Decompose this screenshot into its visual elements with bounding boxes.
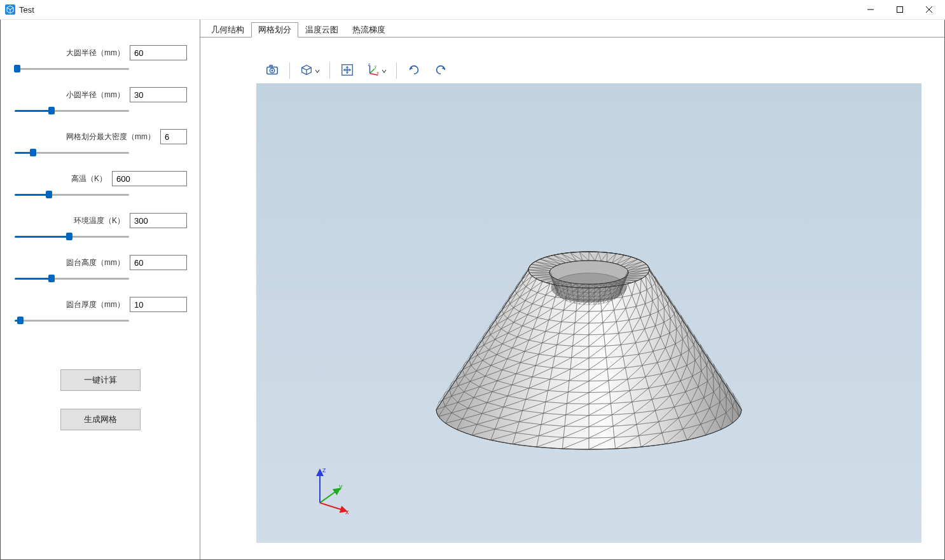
svg-text:y: y	[375, 64, 377, 69]
axis-x-label: x	[345, 508, 349, 516]
svg-line-14	[320, 490, 338, 503]
param-row: 大圆半径（mm）	[13, 45, 187, 73]
param-row: 圆台厚度（mm）	[13, 297, 187, 325]
param-input[interactable]	[160, 129, 187, 144]
axes-button[interactable]: zyx	[361, 60, 392, 81]
param-row: 高温（K）	[13, 171, 187, 199]
compute-button[interactable]: 一键计算	[60, 369, 141, 391]
titlebar: Test	[0, 0, 945, 20]
viewer-wrap: zyx z y	[200, 38, 944, 559]
param-input[interactable]	[130, 87, 187, 102]
param-input[interactable]	[130, 213, 187, 228]
rotate-right-icon	[434, 63, 448, 79]
param-slider[interactable]	[15, 64, 129, 73]
param-input[interactable]	[130, 255, 187, 270]
toolbar-separator	[396, 62, 397, 79]
param-row: 环境温度（K）	[13, 213, 187, 241]
fit-button[interactable]	[334, 60, 361, 81]
axis-triad: z y x	[307, 465, 358, 517]
chevron-down-icon	[315, 66, 320, 76]
camera-button[interactable]	[259, 60, 286, 81]
svg-line-15	[320, 503, 344, 510]
app-icon	[5, 4, 15, 15]
tab[interactable]: 温度云图	[298, 22, 345, 38]
cube-button[interactable]	[294, 60, 326, 81]
param-label: 高温（K）	[71, 174, 107, 184]
param-row: 圆台高度（mm）	[13, 255, 187, 283]
param-slider[interactable]	[15, 190, 129, 199]
action-buttons: 一键计算 生成网格	[13, 369, 187, 430]
generate-mesh-button[interactable]: 生成网格	[60, 409, 141, 430]
viewport[interactable]: z y x	[256, 83, 921, 543]
svg-text:x: x	[377, 71, 380, 75]
axis-y-label: y	[339, 482, 343, 490]
param-label: 圆台厚度（mm）	[66, 299, 125, 310]
maximize-button[interactable]	[885, 0, 914, 19]
toolbar-separator	[289, 62, 290, 79]
param-input[interactable]	[130, 297, 187, 312]
tab[interactable]: 网格划分	[251, 22, 298, 38]
cube-icon	[300, 63, 314, 79]
minimize-button[interactable]	[856, 0, 885, 19]
param-label: 圆台高度（mm）	[66, 257, 125, 268]
main-panel: 几何结构网格划分温度云图热流梯度 zyx	[200, 20, 944, 559]
client-area: 大圆半径（mm） 小圆半径（mm） 网格划分最大密度（mm） 高温（K）	[0, 20, 945, 560]
fit-icon	[340, 63, 354, 79]
chevron-down-icon	[382, 66, 387, 76]
window-title: Test	[19, 5, 34, 15]
param-label: 小圆半径（mm）	[66, 90, 125, 100]
param-slider[interactable]	[15, 274, 129, 283]
rotate-left-button[interactable]	[401, 60, 427, 81]
param-label: 网格划分最大密度（mm）	[66, 132, 155, 142]
svg-text:z: z	[368, 63, 370, 67]
side-panel: 大圆半径（mm） 小圆半径（mm） 网格划分最大密度（mm） 高温（K）	[1, 20, 200, 559]
svg-rect-5	[270, 65, 272, 67]
param-input[interactable]	[112, 171, 187, 186]
param-row: 小圆半径（mm）	[13, 87, 187, 115]
rotate-right-button[interactable]	[427, 60, 454, 81]
rotate-left-icon	[407, 63, 421, 79]
param-slider[interactable]	[15, 316, 129, 325]
mesh-model[interactable]	[411, 206, 767, 475]
param-label: 大圆半径（mm）	[66, 48, 125, 58]
param-slider[interactable]	[15, 232, 129, 241]
svg-line-8	[370, 69, 375, 73]
tab[interactable]: 几何结构	[204, 22, 251, 38]
tab[interactable]: 热流梯度	[345, 22, 392, 38]
svg-rect-1	[897, 7, 903, 13]
param-input[interactable]	[130, 45, 187, 60]
close-button[interactable]	[914, 0, 944, 19]
axes-icon: zyx	[366, 63, 380, 79]
param-slider[interactable]	[15, 106, 129, 115]
svg-point-4	[272, 69, 273, 71]
toolbar-separator	[329, 62, 330, 79]
param-label: 环境温度（K）	[74, 215, 125, 226]
tab-bar: 几何结构网格划分温度云图热流梯度	[200, 20, 944, 38]
camera-icon	[265, 63, 279, 79]
param-slider[interactable]	[15, 148, 129, 157]
axis-z-label: z	[322, 466, 326, 474]
param-row: 网格划分最大密度（mm）	[13, 129, 187, 157]
viewer-toolbar: zyx	[256, 59, 921, 82]
